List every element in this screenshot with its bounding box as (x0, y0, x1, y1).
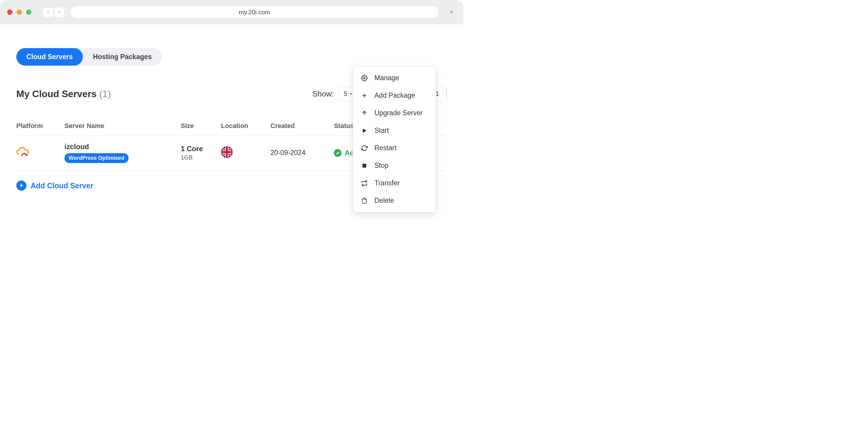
col-server-name: Server Name (64, 122, 181, 135)
refresh-icon (361, 145, 368, 152)
plus-circle-icon: + (16, 181, 26, 191)
forward-button[interactable] (55, 7, 64, 17)
menu-restart[interactable]: Restart (353, 139, 436, 157)
cell-created: 20-09-2024 (271, 135, 334, 171)
cell-platform (16, 135, 64, 171)
page-title: My Cloud Servers (1) (16, 89, 111, 99)
col-size: Size (181, 122, 221, 135)
col-location: Location (221, 122, 270, 135)
menu-transfer[interactable]: Transfer (353, 174, 436, 192)
browser-titlebar: my.20i.com (0, 0, 463, 24)
menu-add-package[interactable]: Add Package (353, 87, 436, 104)
add-cloud-server-label: Add Cloud Server (31, 181, 93, 190)
page-title-count: (1) (99, 89, 111, 99)
plus-icon (361, 92, 368, 99)
size-cores: 1 Core (181, 145, 221, 153)
address-bar[interactable]: my.20i.com (71, 6, 438, 18)
nav-buttons (43, 7, 64, 17)
menu-label: Transfer (374, 179, 400, 187)
window-controls (7, 9, 31, 15)
col-created: Created (271, 122, 334, 135)
menu-stop[interactable]: Stop (353, 157, 436, 174)
url-text: my.20i.com (239, 9, 270, 16)
tab-hosting-packages[interactable]: Hosting Packages (83, 48, 162, 66)
play-icon (361, 127, 368, 134)
tab-cloud-servers[interactable]: Cloud Servers (16, 48, 83, 66)
svg-marker-12 (363, 128, 367, 133)
menu-upgrade-server[interactable]: Upgrade Server (353, 104, 436, 122)
svg-rect-13 (363, 163, 367, 168)
show-label: Show: (312, 89, 334, 99)
menu-label: Manage (374, 74, 399, 82)
cell-server-name: izcloud WordPress Optimised (64, 135, 181, 171)
app-window: my.20i.com Cloud Servers Hosting Package… (0, 0, 463, 226)
minimize-window-button[interactable] (17, 9, 22, 15)
menu-start[interactable]: Start (353, 122, 436, 139)
server-name: izcloud (64, 143, 181, 151)
gear-icon (361, 74, 368, 82)
close-window-button[interactable] (7, 9, 12, 15)
size-memory: 1GB (181, 154, 221, 161)
page-content: Cloud Servers Hosting Packages My Cloud … (0, 24, 463, 203)
wordpress-optimised-badge: WordPress Optimised (64, 153, 129, 163)
tabs-pill: Cloud Servers Hosting Packages (16, 48, 162, 66)
menu-label: Upgrade Server (374, 109, 423, 117)
context-menu: Manage Add Package Upgrade Server Start (353, 66, 436, 213)
check-circle-icon (334, 149, 341, 157)
menu-label: Restart (374, 144, 397, 152)
new-tab-button[interactable] (447, 8, 456, 17)
svg-point-8 (364, 77, 365, 79)
menu-manage[interactable]: Manage (353, 69, 436, 87)
trash-icon (361, 197, 368, 204)
uk-flag-icon (221, 146, 233, 158)
show-value: 5 (344, 90, 347, 98)
show-filter: Show: 5 (312, 87, 359, 101)
tab-label: Hosting Packages (93, 53, 152, 61)
tab-label: Cloud Servers (26, 53, 73, 61)
col-platform: Platform (16, 122, 64, 135)
cell-location (221, 135, 270, 171)
page-title-text: My Cloud Servers (16, 89, 96, 99)
menu-label: Delete (374, 197, 394, 205)
stop-icon (361, 162, 368, 169)
menu-label: Stop (374, 161, 389, 170)
back-button[interactable] (43, 7, 53, 17)
svg-marker-2 (350, 93, 352, 94)
maximize-window-button[interactable] (26, 9, 31, 15)
transfer-icon (361, 180, 368, 187)
cell-size: 1 Core 1GB (181, 135, 221, 171)
platform-cloud-icon (16, 146, 29, 158)
menu-label: Start (374, 126, 389, 134)
menu-delete[interactable]: Delete (353, 192, 436, 209)
arrow-up-icon (361, 110, 368, 117)
menu-label: Add Package (374, 91, 415, 99)
